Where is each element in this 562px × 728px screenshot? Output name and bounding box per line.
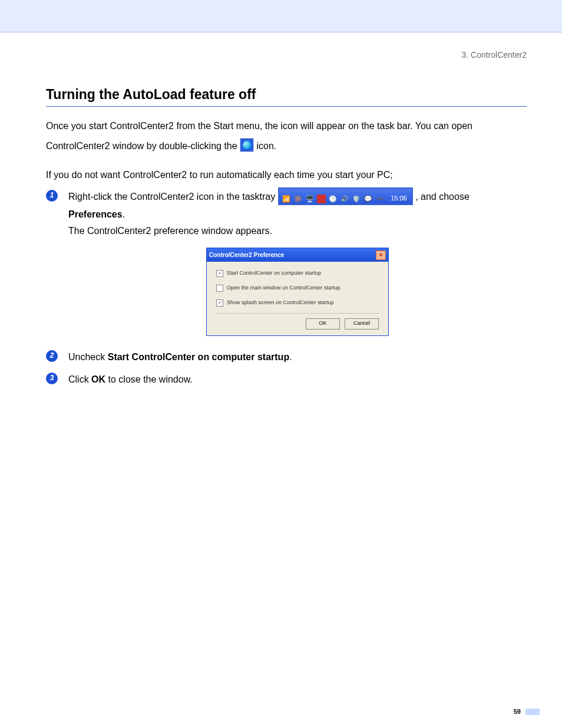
page-title: Turning the AutoLoad feature off [46, 87, 527, 107]
step-1-text-b: , and choose [415, 192, 470, 202]
tray-icon-5: 🕒 [328, 194, 338, 203]
checkbox-start-on-startup[interactable]: ✓ [216, 270, 223, 277]
tray-icon-2: 🔆 [293, 194, 303, 203]
tray-icon-4 [317, 195, 326, 203]
step-1-line-2: Preferences. [68, 206, 527, 223]
intro-paragraph-1: Once you start ControlCenter2 from the S… [46, 116, 527, 136]
dialog-buttons: OK Cancel [216, 318, 379, 330]
dialog-option-2-label: Open the main window on ControlCenter st… [227, 284, 340, 293]
dialog-body: ✓ Start ControlCenter on computer startu… [207, 262, 388, 335]
intro-paragraph-1b: ControlCenter2 window by double-clicking… [46, 136, 527, 156]
step-1-preferences: Preferences [68, 209, 123, 219]
tasktray-icons: 📶 🔆 🖥️ 🕒 🔊 🛡️ 💬 〰️ [282, 192, 385, 205]
dialog-title-text: ControlCenter2 Preference [209, 250, 284, 261]
tray-icon-3: 🖥️ [305, 194, 315, 203]
step-3: Click OK to close the window. [46, 371, 527, 388]
header-band [0, 0, 562, 32]
breadcrumb: 3. ControlCenter2 [46, 50, 527, 60]
dialog-option-2: Open the main window on ControlCenter st… [216, 284, 379, 293]
tray-icon-1: 📶 [282, 194, 291, 203]
step-1: Right-click the ControlCenter2 icon in t… [46, 189, 527, 336]
cancel-button[interactable]: Cancel [345, 318, 379, 330]
page-footer: 59 [514, 708, 540, 715]
dialog-titlebar: ControlCenter2 Preference × [207, 248, 388, 262]
intro-text-1c: icon. [257, 141, 277, 151]
dialog-option-3-label: Show splash screen on ControlCenter star… [227, 298, 334, 308]
tray-icon-9: 〰️ [375, 194, 385, 203]
checkbox-show-splash[interactable]: ✓ [216, 299, 223, 307]
step-2-bold: Start ControlCenter on computer startup [108, 352, 289, 362]
dialog-option-1-label: Start ControlCenter on computer startup [227, 269, 321, 278]
tray-icon-6: 🔊 [340, 194, 349, 203]
controlcenter-icon [240, 138, 254, 152]
checkbox-open-main-window[interactable] [216, 285, 223, 292]
dialog-option-1: ✓ Start ControlCenter on computer startu… [216, 269, 379, 278]
dialog-screenshot: ControlCenter2 Preference × ✓ Start Cont… [68, 248, 527, 336]
step-1-text-a: Right-click the ControlCenter2 icon in t… [68, 192, 278, 202]
ok-button[interactable]: OK [306, 318, 340, 330]
tasktray-image: 📶 🔆 🖥️ 🕒 🔊 🛡️ 💬 〰️ 15:06 [278, 187, 413, 205]
step-1-line-3: The ControlCenter2 preference window app… [68, 223, 527, 239]
tray-icon-8: 💬 [363, 194, 373, 203]
intro-paragraph-2: If you do not want ControlCenter2 to run… [46, 165, 527, 185]
close-icon[interactable]: × [376, 251, 386, 260]
intro-text-1b: ControlCenter2 window by double-clicking… [46, 141, 240, 151]
dialog-option-3: ✓ Show splash screen on ControlCenter st… [216, 298, 379, 308]
step-3-bold: OK [91, 374, 105, 384]
dialog-separator [216, 313, 379, 314]
preference-dialog: ControlCenter2 Preference × ✓ Start Cont… [206, 248, 389, 336]
step-2-text-a: Uncheck [68, 352, 108, 362]
intro-text-1a: Once you start ControlCenter2 from the S… [46, 121, 472, 131]
step-3-text-c: to close the window. [105, 374, 193, 384]
step-2-text-c: . [289, 352, 292, 362]
page-number: 59 [514, 708, 521, 715]
step-1-text-c: . [123, 209, 125, 219]
step-3-text-a: Click [68, 374, 91, 384]
step-1-line-1: Right-click the ControlCenter2 icon in t… [68, 189, 527, 206]
footer-tab [525, 709, 540, 715]
steps-list: Right-click the ControlCenter2 icon in t… [46, 189, 527, 388]
page-content: 3. ControlCenter2 Turning the AutoLoad f… [0, 32, 562, 388]
tasktray-time: 15:06 [391, 195, 407, 202]
tray-icon-7: 🛡️ [352, 194, 361, 203]
step-2: Uncheck Start ControlCenter on computer … [46, 349, 527, 365]
